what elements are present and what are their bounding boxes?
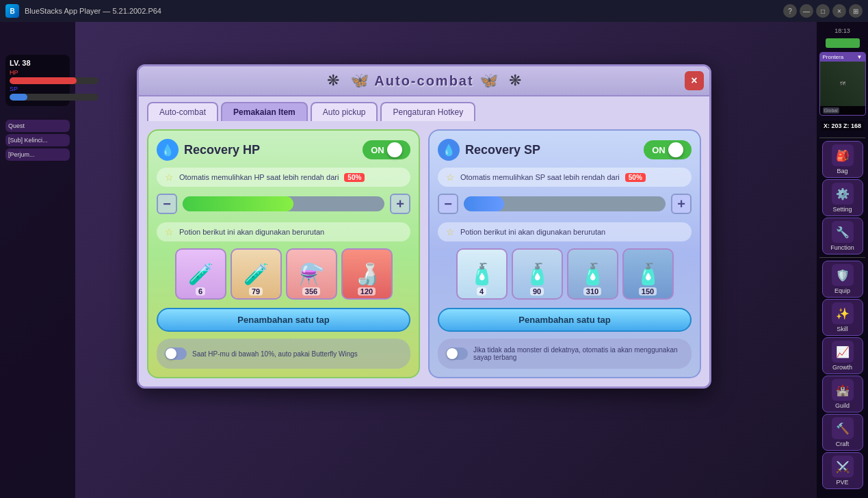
- recovery-sp-increase-button[interactable]: +: [671, 194, 692, 214]
- app-title: BlueStacks App Player — 5.21.2002.P64: [25, 7, 161, 15]
- modal-close-button[interactable]: ×: [685, 71, 704, 90]
- hp-add-potion-button[interactable]: Penambahan satu tap: [157, 308, 410, 332]
- function-icon: 🔧: [832, 221, 854, 243]
- recovery-hp-info: ☆ Otomatis memulihkan HP saat lebih rend…: [157, 168, 410, 187]
- hp-potion-2-icon: 🧪: [244, 262, 269, 286]
- recovery-hp-potion-text: Potion berikut ini akan digunakan beruru…: [179, 228, 324, 236]
- recovery-hp-potion-grid: 🧪 6 🧪 79 ⚗️ 356 🍶 120: [157, 248, 410, 300]
- modal-title: Auto-combat: [374, 73, 473, 89]
- sidebar-label-craft: Craft: [836, 441, 850, 447]
- hp-potion-slot-4[interactable]: 🍶 120: [341, 248, 393, 300]
- sidebar-item-skill[interactable]: ✨ Skill: [822, 299, 863, 336]
- recovery-hp-slider-track[interactable]: [183, 196, 384, 211]
- sidebar-item-guild[interactable]: 🏰 Guild: [822, 376, 863, 412]
- recovery-hp-increase-button[interactable]: +: [390, 194, 410, 214]
- map-location: Prontera: [823, 54, 844, 60]
- sp-potion-3-count: 310: [583, 287, 601, 296]
- sp-potion-slot-2[interactable]: 🧴 90: [512, 248, 563, 300]
- hp-potion-3-icon: ⚗️: [299, 262, 324, 286]
- pve-icon: ⚔️: [832, 456, 854, 477]
- sp-potion-slot-4[interactable]: 🧴 150: [622, 248, 674, 300]
- sp-potion-3-icon: 🧴: [580, 262, 605, 286]
- tab-auto-pickup[interactable]: Auto pickup: [311, 102, 378, 121]
- deco-right-icon: ❋: [509, 72, 521, 90]
- sp-potion-1-count: 4: [477, 287, 486, 296]
- recovery-hp-toggle[interactable]: ON: [363, 140, 410, 159]
- equip-icon: 🛡️: [832, 264, 854, 286]
- recovery-sp-slider-track[interactable]: [464, 196, 666, 211]
- star-icon-hp: ☆: [165, 172, 174, 183]
- recovery-sp-panel: 💧 Recovery SP ON ☆ Otomatis memulihkan S…: [428, 129, 701, 378]
- recovery-sp-slider-row: − +: [438, 194, 692, 214]
- recovery-hp-decrease-button[interactable]: −: [157, 194, 177, 214]
- tab-pemakaian-item[interactable]: Pemakaian Item: [221, 102, 308, 121]
- titlebar: B BlueStacks App Player — 5.21.2002.P64 …: [0, 0, 868, 22]
- recovery-sp-threshold: 50%: [625, 173, 646, 182]
- hp-potion-slot-1[interactable]: 🧪 6: [175, 248, 226, 300]
- recovery-hp-threshold: 50%: [344, 173, 365, 182]
- tab-auto-combat[interactable]: Auto-combat: [147, 102, 218, 121]
- sidebar-item-craft[interactable]: 🔨 Craft: [822, 414, 863, 451]
- sp-potion-4-count: 150: [639, 287, 657, 296]
- sp-potion-slot-1[interactable]: 🧴 4: [456, 248, 508, 300]
- perjum-panel[interactable]: [Perjum...: [5, 148, 70, 161]
- expand-button[interactable]: ⊞: [849, 4, 863, 18]
- recovery-hp-info-text: Otomatis memulihkan HP saat lebih rendah…: [179, 173, 339, 181]
- sidebar-item-function[interactable]: 🔧 Function: [822, 218, 863, 254]
- sidebar-item-bag[interactable]: 🎒 Bag: [822, 141, 863, 178]
- restore-button[interactable]: □: [816, 4, 830, 18]
- recovery-sp-bottom-text: Jika tidak ada monster di dekatnya, otom…: [473, 346, 683, 361]
- recovery-hp-potion-label: ☆ Potion berikut ini akan digunakan beru…: [157, 222, 410, 241]
- hp-butterfly-toggle[interactable]: [165, 348, 187, 360]
- quest-panel[interactable]: Quest: [5, 120, 70, 132]
- sidebar-item-growth[interactable]: 📈 Growth: [822, 337, 863, 374]
- recovery-sp-toggle[interactable]: ON: [644, 140, 692, 159]
- recovery-sp-toggle-knob: [668, 142, 683, 157]
- time-display: 18:13: [834, 27, 850, 34]
- titlebar-controls: ? — □ × ⊞: [783, 4, 863, 18]
- butterfly-left-icon: 🦋: [350, 72, 369, 90]
- growth-icon: 📈: [832, 341, 854, 363]
- recovery-hp-title: Recovery HP: [184, 143, 357, 157]
- hp-potion-3-count: 356: [302, 287, 320, 296]
- global-btn[interactable]: Global: [823, 107, 839, 114]
- sidebar-label-pve: PVE: [836, 479, 848, 486]
- left-panel: LV. 38 HP SP Quest [Sub] Kelinci... [Per…: [0, 22, 75, 498]
- close-button[interactable]: ×: [832, 4, 846, 18]
- hp-potion-2-count: 79: [249, 287, 263, 296]
- tab-pengaturan-hotkey[interactable]: Pengaturan Hotkey: [380, 102, 475, 121]
- minimize-button[interactable]: —: [800, 4, 813, 18]
- setting-icon: ⚙️: [832, 183, 854, 205]
- recovery-sp-info-text: Otomatis memulihkan SP saat lebih rendah…: [460, 173, 620, 181]
- craft-icon: 🔨: [832, 417, 854, 439]
- auto-combat-modal: ❋ 🦋 Auto-combat 🦋 ❋ × Auto-combat Pemaka…: [137, 64, 711, 389]
- recovery-sp-potion-text: Potion berikut ini akan digunakan beruru…: [460, 228, 605, 236]
- recovery-sp-header: 💧 Recovery SP ON: [438, 139, 692, 161]
- right-sidebar: 18:13 Prontera ▼ 🗺 Global X: 203 Z: 168 …: [817, 22, 868, 498]
- help-button[interactable]: ?: [783, 4, 797, 18]
- sp-potion-2-count: 90: [530, 287, 544, 296]
- sp-potion-slot-3[interactable]: 🧴 310: [567, 248, 618, 300]
- sidebar-item-equip[interactable]: 🛡️ Equip: [822, 261, 863, 298]
- hp-potion-slot-2[interactable]: 🧪 79: [231, 248, 282, 300]
- recovery-hp-header: 💧 Recovery HP ON: [157, 139, 410, 161]
- recovery-sp-icon: 💧: [438, 139, 460, 161]
- sidebar-item-setting[interactable]: ⚙️ Setting: [822, 179, 863, 216]
- recovery-hp-panel: 💧 Recovery HP ON ☆ Otomatis memulihkan H…: [147, 129, 420, 378]
- guild-icon: 🏰: [832, 379, 854, 401]
- sp-fly-toggle-knob: [447, 348, 458, 359]
- sidebar-label-growth: Growth: [832, 364, 852, 371]
- hp-butterfly-toggle-knob: [166, 348, 176, 359]
- modal-header: ❋ 🦋 Auto-combat 🦋 ❋ ×: [139, 66, 709, 96]
- recovery-hp-toggle-knob: [387, 142, 402, 157]
- app-logo: B: [5, 4, 19, 18]
- recovery-sp-decrease-button[interactable]: −: [438, 194, 458, 214]
- sidebar-item-pve[interactable]: ⚔️ PVE: [822, 452, 863, 489]
- recovery-sp-potion-label: ☆ Potion berikut ini akan digunakan beru…: [438, 222, 692, 241]
- mini-map: Prontera ▼ 🗺 Global: [819, 52, 866, 116]
- coords-display: X: 203 Z: 168: [821, 121, 864, 131]
- sub-quest-panel[interactable]: [Sub] Kelinci...: [5, 134, 70, 146]
- hp-potion-slot-3[interactable]: ⚗️ 356: [286, 248, 337, 300]
- sp-fly-toggle[interactable]: [446, 348, 468, 360]
- sp-add-potion-button[interactable]: Penambahan satu tap: [438, 308, 692, 332]
